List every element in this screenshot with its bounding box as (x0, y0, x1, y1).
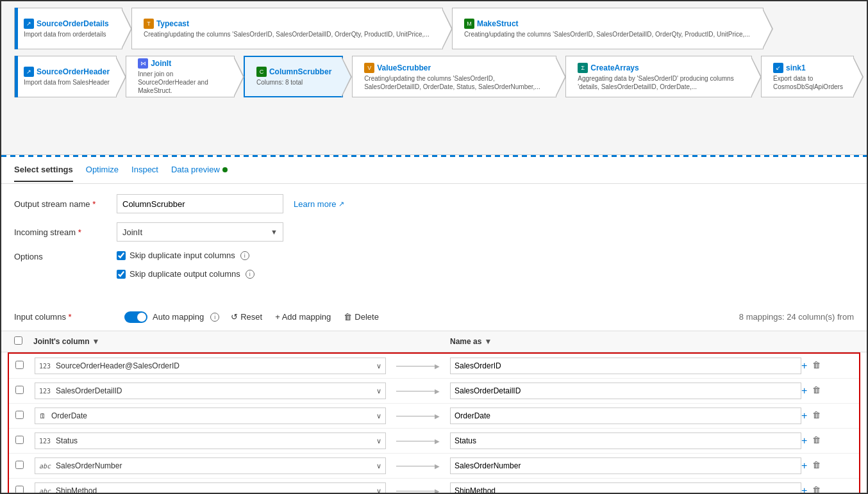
source-select[interactable]: 🗓 OrderDate ∨ (35, 408, 386, 424)
reset-button[interactable]: ↺ Reset (227, 309, 266, 324)
target-input[interactable] (450, 482, 801, 493)
source-select[interactable]: abc ShipMethod ∨ (35, 482, 386, 493)
output-stream-input[interactable] (117, 194, 283, 213)
table-row: abc SalesOrderNumber ∨ + 🗑 (9, 454, 859, 479)
skip-duplicate-output-checkbox[interactable] (117, 270, 126, 279)
target-input[interactable] (450, 358, 801, 374)
tab-data-preview[interactable]: Data preview (171, 158, 228, 182)
info-icon[interactable]: i (240, 251, 249, 260)
settings-panel: Select settings Optimize Inspect Data pr… (1, 157, 867, 493)
node-column-scrubber[interactable]: C ColumnScrubber Columns: 8 total (244, 56, 343, 97)
add-row-button[interactable]: + (801, 435, 807, 447)
mapping-bar: Input columns * Auto mapping i ↺ Reset +… (1, 303, 867, 331)
tab-inspect[interactable]: Inspect (131, 158, 158, 182)
select-all-checkbox[interactable] (14, 336, 22, 345)
node-typecast[interactable]: T Typecast Creating/updating the columns… (131, 8, 443, 49)
arrow-indicator (396, 363, 440, 370)
node-source-order-details[interactable]: ↗ SourceOrderDetails Import data from or… (14, 8, 122, 49)
arrow-indicator (396, 488, 440, 493)
delete-row-button[interactable]: 🗑 (812, 410, 821, 422)
target-filter-icon[interactable]: ▼ (484, 337, 492, 346)
source-value: SalesOrderNumber (56, 461, 122, 470)
table-row: 123 Status ∨ + 🗑 (9, 429, 859, 454)
target-input[interactable] (450, 383, 801, 399)
typecast-icon: T (144, 19, 154, 29)
tabs-bar: Select settings Optimize Inspect Data pr… (1, 157, 867, 184)
node-make-struct[interactable]: M MakeStruct Creating/updating the colum… (452, 8, 764, 49)
add-row-button[interactable]: + (801, 460, 807, 472)
auto-mapping-toggle[interactable] (124, 311, 147, 323)
delete-row-button[interactable]: 🗑 (812, 385, 821, 397)
source-value: ShipMethod (56, 486, 97, 493)
pipeline-canvas: ↗ SourceOrderDetails Import data from or… (1, 1, 867, 155)
options-label: Options (14, 251, 117, 284)
joinit-icon: ⋈ (138, 58, 148, 69)
valuescrubber-icon: V (364, 63, 374, 73)
node-join-it[interactable]: ⋈ JoinIt Inner join on SourceOrderHeader… (126, 56, 235, 97)
chevron-down-icon: ∨ (376, 462, 381, 470)
node-title: ColumnScrubber (269, 67, 331, 76)
chevron-down-icon: ▼ (271, 228, 278, 236)
node-desc: Creating/updating the columns 'SalesOrde… (464, 30, 750, 38)
node-title: SourceOrderDetails (37, 19, 109, 28)
node-source-order-header[interactable]: ↗ SourceOrderHeader Import data from Sal… (14, 56, 117, 97)
node-value-scrubber[interactable]: V ValueScrubber Creating/updating the co… (352, 56, 556, 97)
source-icon: ↗ (24, 19, 34, 29)
source-filter-icon[interactable]: ▼ (92, 337, 100, 346)
skip-duplicate-input-row: Skip duplicate input columns i (117, 251, 255, 260)
tab-select-settings[interactable]: Select settings (14, 158, 73, 182)
table-row: 🗓 OrderDate ∨ + 🗑 (9, 404, 859, 429)
row-checkbox[interactable] (15, 461, 24, 469)
source-select[interactable]: 123 SourceOrderHeader@SalesOrderID ∨ (35, 358, 386, 374)
delete-row-button[interactable]: 🗑 (812, 460, 821, 472)
add-row-button[interactable]: + (801, 385, 807, 397)
add-row-button[interactable]: + (801, 360, 807, 372)
source-select[interactable]: abc SalesOrderNumber ∨ (35, 457, 386, 474)
table-row: 123 SourceOrderHeader@SalesOrderID ∨ + 🗑 (9, 354, 859, 379)
auto-mapping-info-icon[interactable]: i (210, 313, 219, 322)
info-icon-2[interactable]: i (246, 270, 255, 279)
row-checkbox[interactable] (15, 486, 24, 493)
source-select[interactable]: 123 SalesOrderDetailID ∨ (35, 383, 386, 399)
row-checkbox[interactable] (15, 386, 24, 394)
node-title: SourceOrderHeader (37, 67, 110, 76)
delete-row-button[interactable]: 🗑 (812, 435, 821, 447)
table-header: JoinIt's column ▼ Name as ▼ (1, 331, 867, 352)
node-title: JoinIt (151, 59, 171, 68)
mapping-actions: ↺ Reset + Add mapping 🗑 Delete (227, 309, 383, 324)
data-preview-dot (222, 167, 228, 172)
node-create-arrays[interactable]: Σ CreateArrays Aggregating data by 'Sale… (565, 56, 752, 97)
delete-row-button[interactable]: 🗑 (812, 360, 821, 372)
node-sink1[interactable]: ↙ sink1 Export data to CosmosDbSqlApiOrd… (761, 56, 854, 97)
learn-more-link[interactable]: Learn more ↗ (294, 199, 344, 209)
node-desc: Export data to CosmosDbSqlApiOrders (773, 74, 843, 91)
chevron-down-icon: ∨ (376, 387, 381, 395)
target-input[interactable] (450, 408, 801, 424)
toggle-thumb (137, 313, 146, 322)
chevron-down-icon: ∨ (376, 487, 381, 493)
type-badge: 123 (39, 438, 51, 445)
sink-icon: ↙ (773, 63, 783, 73)
auto-mapping-toggle-container: Auto mapping i (124, 311, 219, 323)
auto-mapping-label: Auto mapping (153, 312, 204, 322)
skip-duplicate-input-checkbox[interactable] (117, 251, 126, 260)
row-checkbox[interactable] (15, 361, 24, 369)
form-content: Output stream name * Learn more ↗ Incomi… (1, 184, 867, 303)
arrow-indicator (396, 438, 440, 445)
add-mapping-button[interactable]: + Add mapping (271, 309, 335, 324)
incoming-stream-select[interactable]: JoinIt ▼ (117, 222, 283, 242)
source-select[interactable]: 123 Status ∨ (35, 432, 386, 449)
delete-row-button[interactable]: 🗑 (812, 485, 821, 493)
target-input[interactable] (450, 457, 801, 474)
add-row-button[interactable]: + (801, 485, 807, 493)
row-checkbox[interactable] (15, 411, 24, 419)
delete-button[interactable]: 🗑 Delete (340, 309, 383, 324)
node-title: Typecast (156, 19, 189, 28)
arrow-indicator (396, 463, 440, 470)
add-row-button[interactable]: + (801, 410, 807, 422)
col-source-header: JoinIt's column ▼ (33, 337, 386, 346)
row-checkbox[interactable] (15, 436, 24, 444)
target-input[interactable] (450, 432, 801, 449)
skip-duplicate-output-label: Skip duplicate output columns (129, 269, 240, 279)
tab-optimize[interactable]: Optimize (86, 158, 119, 182)
